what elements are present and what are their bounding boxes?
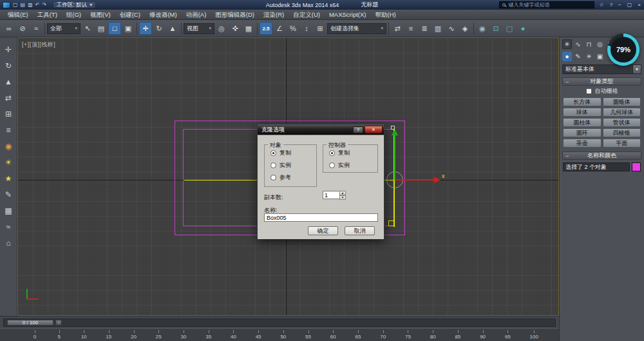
close-button[interactable]: ×	[636, 2, 642, 8]
search-input[interactable]: 键入关键字或短语	[499, 1, 594, 8]
home-icon[interactable]: ⌂	[3, 237, 14, 249]
curve-editor-icon[interactable]: ∿	[445, 22, 458, 35]
app-logo-icon[interactable]	[3, 2, 10, 8]
minimize-button[interactable]: −	[617, 2, 623, 8]
autogrid-checkbox[interactable]	[586, 88, 592, 94]
radio-button-icon[interactable]	[270, 162, 276, 168]
dialog-close-button[interactable]: ×	[365, 126, 383, 133]
undo-icon[interactable]: ↶	[35, 2, 40, 8]
copies-input[interactable]	[323, 191, 339, 199]
mirror-icon[interactable]: ⇄	[3, 92, 14, 104]
radio-controller-instance[interactable]: 实例	[329, 161, 377, 170]
dialog-title-bar[interactable]: 克隆选项 ? ×	[258, 124, 384, 135]
grid-icon[interactable]: ▦	[3, 205, 14, 217]
primitive-button[interactable]: 圆环	[563, 128, 601, 137]
redo-icon[interactable]: ↷	[42, 2, 46, 8]
primitive-button[interactable]: 茶壶	[563, 139, 601, 148]
shape-icon[interactable]: ✎	[3, 189, 14, 200]
next-frame-button[interactable]: ›	[55, 320, 62, 326]
named-selection-set-dropdown[interactable]: 创建选择集▾	[327, 23, 386, 34]
primitive-button[interactable]: 圆柱体	[563, 118, 601, 127]
geometry-subtab-icon[interactable]: ●	[562, 52, 572, 61]
workspace-dropdown[interactable]: 工作区: 默认 ▾	[53, 1, 96, 8]
window-crossing-icon[interactable]: ▣	[122, 22, 135, 35]
menu-item[interactable]: 组(G)	[62, 10, 86, 20]
spinner-snap-icon[interactable]: ↕	[300, 22, 313, 35]
align-icon[interactable]: ≡	[3, 124, 14, 136]
create-tab-icon[interactable]: ✳	[562, 39, 572, 49]
maximize-button[interactable]: ▢	[626, 2, 634, 8]
layer-manager-icon[interactable]: ≣	[418, 22, 431, 35]
select-move-icon[interactable]: ✛	[139, 22, 152, 35]
lights-subtab-icon[interactable]: ☀	[584, 52, 594, 61]
primitive-button[interactable]: 四棱锥	[603, 128, 641, 137]
radio-button-icon[interactable]	[270, 175, 276, 180]
menu-item[interactable]: MAXScript(X)	[325, 10, 371, 20]
menu-item[interactable]: 渲染(R)	[259, 10, 289, 20]
spinner-down-icon[interactable]: ▼	[339, 195, 346, 200]
primitive-button[interactable]: 长方体	[563, 97, 601, 106]
menu-item[interactable]: 工具(T)	[33, 10, 62, 20]
named-sets-icon[interactable]: ⊞	[314, 22, 327, 35]
spinner-up-icon[interactable]: ▲	[339, 191, 346, 195]
favorites-star-icon[interactable]: ☆	[598, 2, 605, 8]
ok-button[interactable]: 确定	[308, 226, 338, 235]
primitive-button[interactable]: 平面	[603, 139, 641, 148]
scale-icon[interactable]: ▲	[3, 76, 14, 88]
select-link-icon[interactable]: ∞	[3, 22, 15, 35]
menu-item[interactable]: 动画(A)	[182, 10, 211, 20]
light-icon[interactable]: ☀	[3, 157, 14, 168]
star-icon[interactable]: ★	[3, 173, 14, 184]
time-slider-track[interactable]: 0 / 100 ›	[3, 318, 556, 327]
keyboard-override-icon[interactable]: ▦	[242, 22, 255, 35]
select-object-icon[interactable]: ↖	[81, 22, 94, 35]
time-slider-handle[interactable]: 0 / 100	[7, 320, 53, 326]
align-icon[interactable]: ≡	[404, 22, 417, 35]
shapes-subtab-icon[interactable]: ✎	[573, 52, 583, 61]
primitive-button[interactable]: 圆锥体	[603, 97, 641, 106]
array-icon[interactable]: ⊞	[3, 108, 14, 120]
primitive-button[interactable]: 球体	[563, 108, 601, 117]
open-file-icon[interactable]: ▤	[21, 2, 26, 8]
primitive-button[interactable]: 管状体	[603, 118, 641, 127]
menu-item[interactable]: 图形编辑器(D)	[211, 10, 259, 20]
wave-icon[interactable]: ≈	[3, 221, 14, 233]
menu-item[interactable]: 自定义(U)	[289, 10, 325, 20]
material-editor-icon[interactable]: ◉	[476, 22, 489, 35]
name-color-rollout-header[interactable]: − 名称和颜色	[562, 151, 641, 160]
viewport-label[interactable]: [+][顶][线框]	[22, 41, 55, 49]
unlink-icon[interactable]: ⊘	[16, 22, 29, 35]
cameras-subtab-icon[interactable]: ▣	[595, 52, 605, 61]
radio-instance[interactable]: 实例	[270, 161, 316, 170]
percent-snap-icon[interactable]: %	[287, 22, 299, 35]
menu-item[interactable]: 编辑(E)	[3, 10, 33, 20]
render-setup-icon[interactable]: ⊡	[489, 22, 502, 35]
menu-item[interactable]: 帮助(H)	[370, 10, 400, 20]
object-color-swatch[interactable]	[632, 162, 641, 171]
rectangular-region-icon[interactable]: □	[108, 22, 121, 35]
ribbon-icon[interactable]: ▥	[431, 22, 444, 35]
select-by-name-icon[interactable]: ▤	[95, 22, 108, 35]
dialog-help-button[interactable]: ?	[353, 126, 363, 133]
primitive-button[interactable]: 几何球体	[603, 108, 641, 117]
radio-copy[interactable]: 复制	[270, 149, 316, 157]
gizmo-x-axis[interactable]	[395, 179, 434, 180]
primitive-category-dropdown[interactable]: 标准基本体 ▼	[562, 64, 641, 74]
mirror-icon[interactable]: ⇄	[391, 22, 404, 35]
gizmo-y-axis[interactable]	[394, 135, 395, 180]
cancel-button[interactable]: 取消	[345, 226, 375, 235]
selection-filter-dropdown[interactable]: 全部▾	[47, 23, 80, 34]
radio-button-icon[interactable]	[329, 162, 335, 168]
rotate-icon[interactable]: ↻	[3, 60, 14, 72]
rendered-frame-icon[interactable]: ▢	[503, 22, 516, 35]
object-type-rollout-header[interactable]: − 对象类型	[562, 77, 641, 86]
radio-button-icon[interactable]	[270, 150, 276, 156]
clone-name-input[interactable]	[264, 213, 378, 222]
select-manipulate-icon[interactable]: ✜	[229, 22, 242, 35]
track-bar[interactable]: 0510152025303540455055606570758085909510…	[0, 328, 559, 341]
select-rotate-icon[interactable]: ↻	[153, 22, 166, 35]
radio-reference[interactable]: 参考	[270, 173, 316, 182]
render-production-icon[interactable]: ●	[516, 22, 529, 35]
gizmo-x-arrowhead[interactable]	[434, 177, 440, 183]
motion-tab-icon[interactable]: ◎	[595, 39, 605, 49]
